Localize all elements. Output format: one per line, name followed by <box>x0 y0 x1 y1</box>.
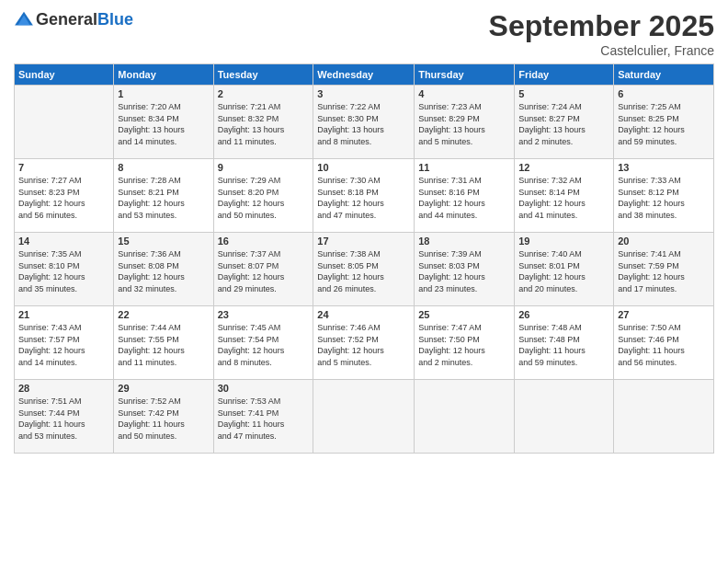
day-number: 13 <box>618 162 710 173</box>
day-info: Sunrise: 7:47 AM Sunset: 7:50 PM Dayligh… <box>418 322 510 368</box>
day-cell <box>313 380 415 454</box>
day-info: Sunrise: 7:52 AM Sunset: 7:42 PM Dayligh… <box>118 396 209 442</box>
week-row-5: 28Sunrise: 7:51 AM Sunset: 7:44 PM Dayli… <box>15 380 714 454</box>
day-cell: 22Sunrise: 7:44 AM Sunset: 7:55 PM Dayli… <box>114 306 213 380</box>
day-info: Sunrise: 7:25 AM Sunset: 8:25 PM Dayligh… <box>618 101 710 147</box>
day-cell: 25Sunrise: 7:47 AM Sunset: 7:50 PM Dayli… <box>415 306 515 380</box>
week-row-2: 7Sunrise: 7:27 AM Sunset: 8:23 PM Daylig… <box>15 159 714 233</box>
day-cell: 13Sunrise: 7:33 AM Sunset: 8:12 PM Dayli… <box>614 159 714 233</box>
col-friday: Friday <box>515 64 614 86</box>
calendar: Sunday Monday Tuesday Wednesday Thursday… <box>14 63 714 454</box>
day-number: 19 <box>518 236 609 247</box>
page: GeneralBlue September 2025 Castelculier,… <box>0 0 728 563</box>
header: GeneralBlue September 2025 Castelculier,… <box>14 9 714 58</box>
day-number: 14 <box>18 236 109 247</box>
day-cell: 14Sunrise: 7:35 AM Sunset: 8:10 PM Dayli… <box>15 233 114 306</box>
day-number: 23 <box>218 309 310 320</box>
day-number: 1 <box>118 88 209 99</box>
day-info: Sunrise: 7:22 AM Sunset: 8:30 PM Dayligh… <box>317 101 410 147</box>
day-info: Sunrise: 7:30 AM Sunset: 8:18 PM Dayligh… <box>317 175 410 221</box>
day-info: Sunrise: 7:36 AM Sunset: 8:08 PM Dayligh… <box>118 248 209 294</box>
logo-general: General <box>36 10 97 29</box>
day-info: Sunrise: 7:53 AM Sunset: 7:41 PM Dayligh… <box>218 396 310 442</box>
day-number: 15 <box>118 236 209 247</box>
week-row-4: 21Sunrise: 7:43 AM Sunset: 7:57 PM Dayli… <box>15 306 714 380</box>
day-cell: 10Sunrise: 7:30 AM Sunset: 8:18 PM Dayli… <box>313 159 415 233</box>
day-cell: 23Sunrise: 7:45 AM Sunset: 7:54 PM Dayli… <box>213 306 313 380</box>
day-cell: 21Sunrise: 7:43 AM Sunset: 7:57 PM Dayli… <box>15 306 114 380</box>
col-monday: Monday <box>114 64 213 86</box>
day-cell: 28Sunrise: 7:51 AM Sunset: 7:44 PM Dayli… <box>15 380 114 454</box>
day-number: 7 <box>18 162 109 173</box>
day-cell <box>15 86 114 159</box>
day-cell: 17Sunrise: 7:38 AM Sunset: 8:05 PM Dayli… <box>313 233 415 306</box>
day-cell: 27Sunrise: 7:50 AM Sunset: 7:46 PM Dayli… <box>614 306 714 380</box>
day-number: 16 <box>218 236 310 247</box>
day-cell <box>515 380 614 454</box>
day-cell: 5Sunrise: 7:24 AM Sunset: 8:27 PM Daylig… <box>515 86 614 159</box>
col-wednesday: Wednesday <box>313 64 415 86</box>
col-sunday: Sunday <box>15 64 114 86</box>
day-info: Sunrise: 7:39 AM Sunset: 8:03 PM Dayligh… <box>418 248 510 294</box>
day-info: Sunrise: 7:24 AM Sunset: 8:27 PM Dayligh… <box>518 101 609 147</box>
day-info: Sunrise: 7:38 AM Sunset: 8:05 PM Dayligh… <box>317 248 410 294</box>
day-cell: 19Sunrise: 7:40 AM Sunset: 8:01 PM Dayli… <box>515 233 614 306</box>
day-number: 11 <box>418 162 510 173</box>
day-cell: 1Sunrise: 7:20 AM Sunset: 8:34 PM Daylig… <box>114 86 213 159</box>
day-cell: 6Sunrise: 7:25 AM Sunset: 8:25 PM Daylig… <box>614 86 714 159</box>
title-block: September 2025 Castelculier, France <box>489 9 714 58</box>
day-cell <box>415 380 515 454</box>
day-info: Sunrise: 7:40 AM Sunset: 8:01 PM Dayligh… <box>518 248 609 294</box>
day-info: Sunrise: 7:32 AM Sunset: 8:14 PM Dayligh… <box>518 175 609 221</box>
day-cell: 29Sunrise: 7:52 AM Sunset: 7:42 PM Dayli… <box>114 380 213 454</box>
day-cell: 3Sunrise: 7:22 AM Sunset: 8:30 PM Daylig… <box>313 86 415 159</box>
day-number: 26 <box>518 309 609 320</box>
day-info: Sunrise: 7:37 AM Sunset: 8:07 PM Dayligh… <box>218 248 310 294</box>
day-info: Sunrise: 7:27 AM Sunset: 8:23 PM Dayligh… <box>18 175 109 221</box>
day-number: 25 <box>418 309 510 320</box>
col-saturday: Saturday <box>614 64 714 86</box>
day-info: Sunrise: 7:28 AM Sunset: 8:21 PM Dayligh… <box>118 175 209 221</box>
day-info: Sunrise: 7:41 AM Sunset: 7:59 PM Dayligh… <box>618 248 710 294</box>
day-number: 5 <box>518 88 609 99</box>
week-row-3: 14Sunrise: 7:35 AM Sunset: 8:10 PM Dayli… <box>15 233 714 306</box>
day-number: 3 <box>317 88 410 99</box>
day-cell: 4Sunrise: 7:23 AM Sunset: 8:29 PM Daylig… <box>415 86 515 159</box>
logo-blue: Blue <box>97 10 133 29</box>
day-info: Sunrise: 7:51 AM Sunset: 7:44 PM Dayligh… <box>18 396 109 442</box>
day-info: Sunrise: 7:48 AM Sunset: 7:48 PM Dayligh… <box>518 322 609 368</box>
day-number: 4 <box>418 88 510 99</box>
day-info: Sunrise: 7:45 AM Sunset: 7:54 PM Dayligh… <box>218 322 310 368</box>
day-number: 22 <box>118 309 209 320</box>
week-row-1: 1Sunrise: 7:20 AM Sunset: 8:34 PM Daylig… <box>15 86 714 159</box>
day-cell: 24Sunrise: 7:46 AM Sunset: 7:52 PM Dayli… <box>313 306 415 380</box>
logo: GeneralBlue <box>14 9 133 29</box>
day-number: 10 <box>317 162 410 173</box>
day-number: 28 <box>18 383 109 394</box>
day-number: 21 <box>18 309 109 320</box>
day-cell: 8Sunrise: 7:28 AM Sunset: 8:21 PM Daylig… <box>114 159 213 233</box>
day-cell: 2Sunrise: 7:21 AM Sunset: 8:32 PM Daylig… <box>213 86 313 159</box>
day-info: Sunrise: 7:33 AM Sunset: 8:12 PM Dayligh… <box>618 175 710 221</box>
day-info: Sunrise: 7:23 AM Sunset: 8:29 PM Dayligh… <box>418 101 510 147</box>
day-info: Sunrise: 7:44 AM Sunset: 7:55 PM Dayligh… <box>118 322 209 368</box>
day-cell: 30Sunrise: 7:53 AM Sunset: 7:41 PM Dayli… <box>213 380 313 454</box>
logo-icon <box>14 9 34 29</box>
day-number: 27 <box>618 309 710 320</box>
day-info: Sunrise: 7:43 AM Sunset: 7:57 PM Dayligh… <box>18 322 109 368</box>
day-cell: 15Sunrise: 7:36 AM Sunset: 8:08 PM Dayli… <box>114 233 213 306</box>
day-info: Sunrise: 7:50 AM Sunset: 7:46 PM Dayligh… <box>618 322 710 368</box>
day-cell: 11Sunrise: 7:31 AM Sunset: 8:16 PM Dayli… <box>415 159 515 233</box>
col-thursday: Thursday <box>415 64 515 86</box>
day-info: Sunrise: 7:20 AM Sunset: 8:34 PM Dayligh… <box>118 101 209 147</box>
day-info: Sunrise: 7:46 AM Sunset: 7:52 PM Dayligh… <box>317 322 410 368</box>
day-cell: 7Sunrise: 7:27 AM Sunset: 8:23 PM Daylig… <box>15 159 114 233</box>
day-cell: 12Sunrise: 7:32 AM Sunset: 8:14 PM Dayli… <box>515 159 614 233</box>
col-tuesday: Tuesday <box>213 64 313 86</box>
day-number: 2 <box>218 88 310 99</box>
day-number: 8 <box>118 162 209 173</box>
day-number: 20 <box>618 236 710 247</box>
day-number: 30 <box>218 383 310 394</box>
day-cell: 20Sunrise: 7:41 AM Sunset: 7:59 PM Dayli… <box>614 233 714 306</box>
day-cell: 16Sunrise: 7:37 AM Sunset: 8:07 PM Dayli… <box>213 233 313 306</box>
